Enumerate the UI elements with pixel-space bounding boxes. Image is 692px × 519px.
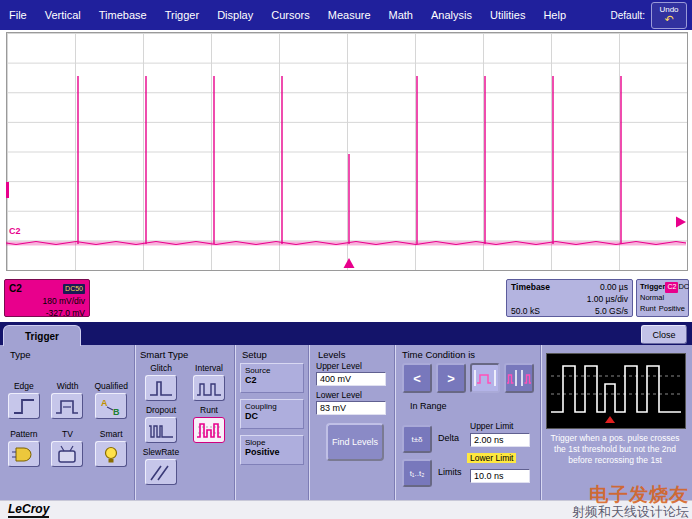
smart-type-slewrate[interactable]: SlewRate [137, 447, 185, 485]
trigger-slope: Positive [659, 304, 685, 315]
smart-type-group: Glitch Interval Dropout [137, 363, 233, 485]
upper-limit-label: Upper Limit [470, 421, 513, 431]
delta-label: Delta [438, 433, 459, 443]
source-field[interactable]: Source C2 [240, 363, 304, 393]
runt-trigger-diagram [546, 353, 686, 429]
less-than-button[interactable]: < [402, 363, 432, 393]
default-label: Default: [611, 10, 645, 21]
c2-coupling-badge: DC50 [63, 284, 85, 294]
section-divider [308, 345, 310, 500]
slope-value: Positive [245, 447, 299, 457]
bottom-bar: LeCroy [0, 500, 692, 519]
smart-type-dropout[interactable]: Dropout [137, 405, 185, 443]
trigger-type-edge[interactable]: Edge [2, 381, 46, 419]
edge-icon [8, 393, 40, 419]
tab-trigger[interactable]: Trigger [3, 325, 81, 346]
smart-type-glitch[interactable]: Glitch [137, 363, 185, 401]
dialog-body: Type Edge Width Qualified [0, 345, 692, 500]
slewrate-label: SlewRate [143, 447, 179, 457]
undo-arrow-icon: ↶ [664, 14, 673, 25]
smart-type-section-label: Smart Type [140, 349, 188, 360]
levels-section-label: Levels [318, 349, 345, 360]
limits-button[interactable]: t₁..t₂ [402, 459, 432, 487]
trigger-type-smart[interactable]: Smart [89, 429, 133, 467]
time-condition-value: In Range [410, 401, 447, 411]
delta-icon: t±δ [411, 435, 422, 444]
edge-label: Edge [14, 381, 34, 391]
svg-text:A: A [101, 398, 108, 408]
menu-item-measure[interactable]: Measure [319, 9, 380, 21]
runt-diagram-waveform [547, 354, 685, 428]
coupling-value: DC [245, 411, 299, 421]
smart-type-runt[interactable]: Runt [185, 405, 233, 443]
trigger-type-qualified[interactable]: Qualified AB [89, 381, 133, 419]
limits-label: Limits [438, 467, 462, 477]
dropout-icon [145, 417, 177, 443]
trigger-descriptor[interactable]: Trigger C2 DC Normal Runt Positive [636, 279, 689, 317]
upper-level-field[interactable]: 400 mV [316, 372, 386, 386]
smart-label: Smart [100, 429, 123, 439]
timebase-delay: 0.00 µs [600, 282, 628, 294]
limits-icon: t₁..t₂ [410, 469, 425, 478]
greater-than-button[interactable]: > [436, 363, 466, 393]
lower-level-field[interactable]: 83 mV [316, 401, 386, 415]
channel-c2-descriptor[interactable]: C2 DC50 180 mV/div -327.0 mV [4, 279, 90, 317]
timebase-title: Timebase [511, 282, 550, 294]
menu-item-vertical[interactable]: Vertical [36, 9, 90, 21]
close-button[interactable]: Close [641, 325, 687, 344]
type-section-label: Type [10, 349, 31, 360]
trigger-position-marker[interactable] [344, 258, 355, 268]
waveform-display: C2 [0, 30, 692, 275]
pattern-icon [8, 441, 40, 467]
section-divider [394, 345, 396, 500]
coupling-field[interactable]: Coupling DC [240, 399, 304, 429]
slewrate-icon [145, 459, 177, 485]
menu-item-file[interactable]: File [0, 9, 36, 21]
lecroy-logo: LeCroy [8, 503, 49, 518]
glitch-label: Glitch [150, 363, 172, 373]
menu-item-trigger[interactable]: Trigger [156, 9, 208, 21]
menu-item-timebase[interactable]: Timebase [90, 9, 156, 21]
glitch-icon [145, 375, 177, 401]
qualified-icon: AB [95, 393, 127, 419]
trigger-type-width[interactable]: Width [46, 381, 90, 419]
trigger-mode: Normal [640, 293, 685, 304]
setup-section-label: Setup [242, 349, 267, 360]
trigger-coupling: DC [678, 282, 689, 293]
runt-icon [193, 417, 225, 443]
tv-label: TV [62, 429, 73, 439]
lightbulb-icon [95, 441, 127, 467]
out-of-range-icon [506, 367, 532, 389]
c2-offset: -327.0 mV [9, 308, 85, 320]
menu-item-math[interactable]: Math [380, 9, 422, 21]
delta-button[interactable]: t±δ [402, 425, 432, 453]
trigger-type-pattern[interactable]: Pattern [2, 429, 46, 467]
menu-item-utilities[interactable]: Utilities [481, 9, 534, 21]
width-icon [51, 393, 83, 419]
interval-icon [193, 375, 225, 401]
trigger-title: Trigger [640, 282, 665, 293]
trigger-level-marker[interactable] [676, 217, 686, 228]
menu-item-display[interactable]: Display [208, 9, 262, 21]
time-condition-section-label: Time Condition is [402, 349, 475, 360]
c2-scale: 180 mV/div [9, 296, 85, 308]
in-range-button[interactable] [470, 363, 500, 393]
diagram-trigger-marker [605, 416, 615, 423]
menu-item-cursors[interactable]: Cursors [262, 9, 319, 21]
channel-offset-indicator[interactable] [6, 182, 9, 198]
trigger-type-tv[interactable]: TV [46, 429, 90, 467]
slope-field[interactable]: Slope Positive [240, 435, 304, 465]
timebase-descriptor[interactable]: Timebase 0.00 µs 1.00 µs/div 50.0 kS 5.0… [506, 279, 633, 317]
undo-button[interactable]: Undo ↶ [651, 2, 687, 29]
smart-type-interval[interactable]: Interval [185, 363, 233, 401]
upper-limit-field[interactable]: 2.00 ns [470, 433, 530, 447]
upper-level-label: Upper Level [316, 361, 362, 371]
out-of-range-button[interactable] [504, 363, 534, 393]
waveform-trace [6, 32, 686, 269]
find-levels-button[interactable]: Find Levels [326, 423, 384, 461]
lower-limit-field[interactable]: 10.0 ns [470, 469, 530, 483]
section-divider [234, 345, 236, 500]
menu-item-analysis[interactable]: Analysis [422, 9, 481, 21]
menu-item-help[interactable]: Help [534, 9, 575, 21]
interval-label: Interval [195, 363, 223, 373]
